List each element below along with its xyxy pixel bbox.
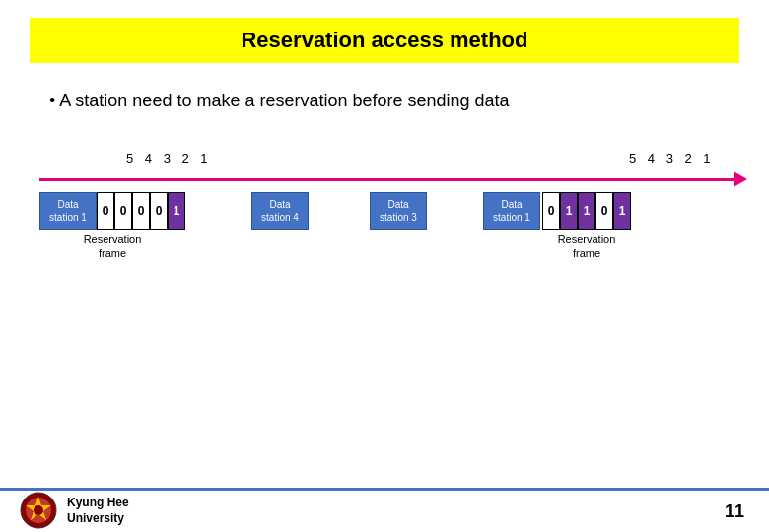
- bullet-text: • A station need to make a reservation b…: [49, 91, 739, 111]
- mid-left-box-group: Datastation 4: [251, 192, 309, 230]
- footer: Kyung Hee University 11: [0, 488, 769, 532]
- res-cell-4: 1: [168, 192, 185, 230]
- numbers-left: 5 4 3 2 1: [126, 151, 212, 166]
- data-station-4: Datastation 4: [251, 192, 309, 230]
- diagram-area: 5 4 3 2 1 5 4 3 2 1 Datastation 1 0 0 0 …: [20, 141, 749, 299]
- page-number: 11: [725, 501, 744, 522]
- svg-point-3: [34, 505, 43, 515]
- res-cell-r1: 1: [560, 192, 578, 230]
- right-box-group: 0 1 1 0 1 Reservationframe: [542, 192, 631, 261]
- title-bar: Reservation access method: [30, 18, 739, 63]
- res-cell-2: 0: [132, 192, 150, 230]
- data-station-1-right: Datastation 1: [483, 192, 540, 230]
- res-cells-left: 0 0 0 0 1: [97, 192, 185, 230]
- res-cell-3: 0: [150, 192, 168, 230]
- mid-right-box-group: Datastation 3: [370, 192, 427, 230]
- data-station-3: Datastation 3: [370, 192, 427, 230]
- left-box-group: Datastation 1 0 0 0 0 1 Reservationframe: [39, 192, 185, 261]
- university-name: Kyung Hee University: [67, 496, 129, 526]
- left-frame-label: Reservationframe: [84, 233, 142, 261]
- right-row: 0 1 1 0 1: [542, 192, 631, 230]
- res-cell-r2: 1: [578, 192, 595, 230]
- res-cell-1: 0: [114, 192, 132, 230]
- left-row: Datastation 1 0 0 0 0 1: [39, 192, 185, 230]
- numbers-right: 5 4 3 2 1: [629, 151, 715, 166]
- data-station-1-left: Datastation 1: [39, 192, 97, 230]
- ds1-right-group: Datastation 1: [483, 192, 540, 230]
- right-frame-label: Reservationframe: [558, 233, 616, 261]
- slide-title: Reservation access method: [30, 28, 739, 53]
- res-cell-r3: 0: [595, 192, 613, 230]
- res-cell-r0: 0: [542, 192, 560, 230]
- arrow-line: [39, 178, 739, 181]
- res-cell-r4: 1: [613, 192, 631, 230]
- res-cell-0: 0: [97, 192, 114, 230]
- university-logo: [20, 492, 59, 531]
